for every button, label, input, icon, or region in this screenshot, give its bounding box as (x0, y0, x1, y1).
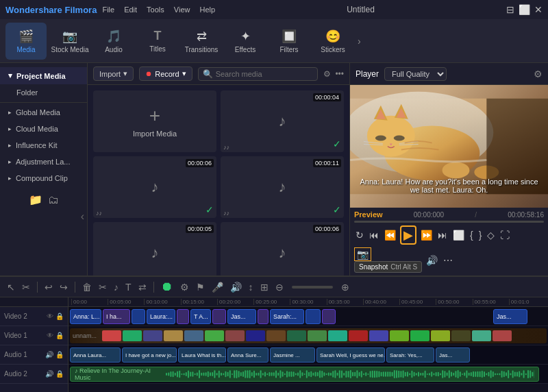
clip-audio1-6[interactable]: Sarah: Yes,... (386, 347, 434, 363)
sidebar-item-adjustment[interactable]: ▸ Adjustment La... (0, 154, 87, 170)
folder-icon[interactable]: 🗂 (48, 194, 59, 206)
timeline-mic-btn[interactable]: 🎤 (210, 280, 225, 294)
timeline-undo[interactable]: ↩ (43, 280, 54, 294)
menu-edit[interactable]: Edit (124, 5, 137, 14)
media-card-2[interactable]: 00:00:06 ♪ ♪♪ ✓ (93, 156, 216, 218)
clip-video1-main[interactable]: unnam... (70, 328, 547, 343)
clip-video2-9[interactable]: Sarah:... (270, 309, 304, 324)
prev-frame-button[interactable]: ⏮ (368, 228, 380, 242)
clip-video2-1[interactable]: I ha... (103, 309, 130, 324)
track-row-video2[interactable]: Anna: L... I ha... Laura:... T A... Jas.… (68, 307, 548, 326)
timeline-settings-btn[interactable]: ⚙ (179, 280, 190, 294)
toolbar-expand-icon[interactable]: › (358, 36, 361, 47)
timeline-select-tool[interactable]: ↖ (5, 280, 16, 294)
timeline-voice-btn[interactable]: 🔊 (229, 280, 243, 294)
clip-video2-7[interactable]: Jas... (227, 309, 256, 324)
audio2-mute-icon[interactable]: 🔊 (45, 370, 53, 378)
timeline-split-btn[interactable]: ⊞ (259, 280, 270, 294)
timeline-audio-btn[interactable]: ♪ (112, 280, 120, 294)
clip-audio1-1[interactable]: I have got a new jo... (122, 347, 177, 363)
sidebar-item-compound-clip[interactable]: ▸ Compound Clip (0, 170, 87, 186)
sidebar-header[interactable]: ▾ Project Media (0, 67, 87, 84)
media-card-3[interactable]: 00:00:11 ♪ ♪♪ ✓ (221, 156, 344, 218)
sidebar-item-global-media[interactable]: ▸ Global Media (0, 104, 87, 121)
video2-eye-icon[interactable]: 👁 (47, 313, 53, 320)
clip-video2-11[interactable] (322, 309, 336, 324)
clip-audio1-2[interactable]: Laura What is th... (178, 347, 226, 363)
sidebar-item-cloud-media[interactable]: ▸ Cloud Media (0, 121, 87, 137)
menu-file[interactable]: File (102, 5, 114, 14)
clip-video2-0[interactable]: Anna: L... (70, 309, 101, 324)
video1-eye-icon[interactable]: 👁 (47, 332, 53, 339)
time-bar[interactable] (354, 221, 544, 223)
step-forward-button[interactable]: ⏩ (419, 228, 434, 242)
audio2-lock-icon[interactable]: 🔒 (55, 370, 64, 378)
zoom-slider[interactable] (292, 286, 333, 289)
clip-audio1-4[interactable]: Jasmine ... (270, 347, 315, 363)
more-icon[interactable]: ••• (335, 69, 344, 79)
menu-tools[interactable]: Tools (147, 5, 164, 14)
clip-audio1-7[interactable]: Jas... (436, 347, 470, 363)
mark-button[interactable]: ◇ (486, 228, 496, 242)
timeline-record-btn[interactable]: ⏺ (160, 278, 175, 295)
video1-lock-icon[interactable]: 🔒 (55, 332, 64, 339)
clip-video2-3[interactable]: Laura:... (147, 309, 175, 324)
filter-icon[interactable]: ⚙ (323, 69, 331, 79)
toolbar-filters[interactable]: 🔲 Filters (269, 23, 310, 60)
timeline-auto-btn[interactable]: ↕ (247, 280, 255, 294)
audio1-mute-icon[interactable]: 🔊 (45, 351, 53, 358)
clip-video2-2[interactable] (132, 309, 145, 324)
sidebar-collapse-icon[interactable]: ‹ (81, 210, 84, 223)
square-button[interactable]: ⬜ (451, 228, 466, 242)
timeline-text-btn[interactable]: T (124, 280, 133, 294)
timeline-redo[interactable]: ↪ (58, 280, 69, 294)
toolbar-transitions[interactable]: ⇄ Transitions (181, 23, 222, 60)
import-media-card[interactable]: + Import Media (93, 90, 216, 152)
clip-video2-12[interactable]: Jas... (493, 309, 527, 324)
window-close[interactable]: ✕ (534, 4, 543, 15)
loop-button[interactable]: ↻ (354, 228, 365, 242)
out-point-button[interactable]: } (477, 228, 484, 242)
search-box[interactable]: 🔍 (198, 67, 319, 81)
toolbar-stickers[interactable]: 😊 Stickers (312, 23, 353, 60)
toolbar-titles[interactable]: T Titles (137, 23, 178, 60)
clip-video2-10[interactable] (306, 309, 321, 324)
track-row-audio1[interactable]: Anna Laura... I have got a new jo... Lau… (68, 345, 548, 365)
menu-view[interactable]: View (174, 5, 190, 14)
clip-audio2-music[interactable]: ♪ Relieve In The Journey-AI Music (70, 367, 539, 382)
video2-lock-icon[interactable]: 🔒 (55, 313, 64, 320)
media-card-1[interactable]: 00:00:04 ♪ ♪♪ ✓ (221, 90, 344, 152)
step-back-button[interactable]: ⏪ (383, 228, 397, 242)
media-card-5[interactable]: 00:00:06 ♪ ♪♪ (221, 222, 344, 275)
clip-video2-4[interactable] (177, 309, 189, 324)
menu-help[interactable]: Help (199, 5, 215, 14)
clip-audio1-3[interactable]: Anna Sure... (227, 347, 269, 363)
import-button[interactable]: Import ▾ (93, 66, 134, 81)
timeline-cut[interactable]: ✂ (97, 280, 108, 294)
timeline-zoom-out[interactable]: ⊖ (274, 280, 285, 294)
clip-audio1-0[interactable]: Anna Laura... (70, 347, 121, 363)
add-folder-icon[interactable]: 📁 (29, 193, 42, 206)
window-minimize[interactable]: ⊟ (506, 4, 514, 15)
sidebar-item-influence-kit[interactable]: ▸ Influence Kit (0, 137, 87, 154)
toolbar-media[interactable]: 🎬 Media (5, 23, 47, 60)
toolbar-audio[interactable]: 🎵 Audio (93, 23, 134, 60)
fullscreen-button[interactable]: ⛶ (499, 228, 511, 242)
toolbar-stock-media[interactable]: 📷 Stock Media (49, 23, 90, 60)
quality-select[interactable]: Full Quality Half Quality (384, 67, 447, 81)
volume-button[interactable]: 🔊 (425, 254, 439, 267)
record-button[interactable]: ⏺ Record ▾ (139, 66, 192, 81)
more-controls-button[interactable]: ⋯ (442, 254, 454, 267)
timeline-flag-btn[interactable]: ⚑ (195, 280, 206, 294)
play-button[interactable]: ▶ (400, 225, 416, 245)
timeline-razor-tool[interactable]: ✂ (21, 280, 32, 294)
window-maximize[interactable]: ⬜ (519, 4, 530, 15)
search-input[interactable] (216, 70, 314, 78)
sidebar-item-folder[interactable]: Folder (0, 84, 87, 101)
clip-video2-6[interactable] (212, 309, 226, 324)
toolbar-effects[interactable]: ✦ Effects (225, 23, 266, 60)
timeline-expand-btn[interactable]: ⇄ (137, 280, 148, 294)
clip-video2-5[interactable]: T A... (190, 309, 211, 324)
track-row-video1[interactable]: unnam... (68, 326, 548, 345)
clip-audio1-5[interactable]: Sarah Well, I guess we ne... (316, 347, 385, 363)
